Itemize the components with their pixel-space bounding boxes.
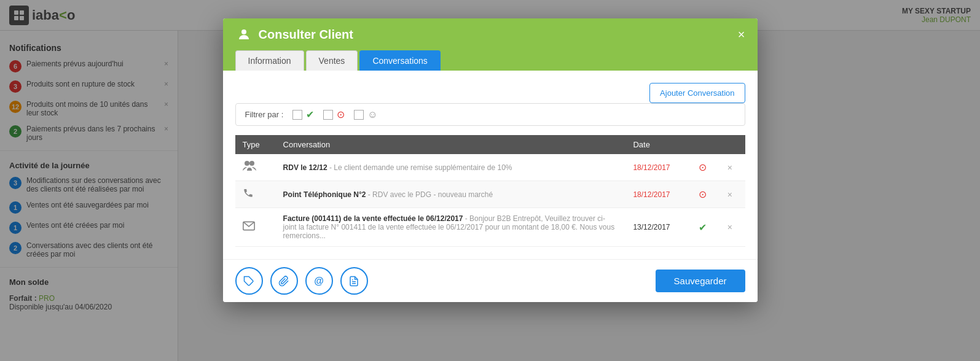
type-cell-2 (235, 181, 276, 208)
filter-warn-icon[interactable]: ⊙ (337, 109, 345, 120)
col-date: Date (625, 135, 691, 154)
delete-row-3[interactable]: × (727, 222, 732, 232)
conv-bold-1: RDV le 12/12 (283, 163, 327, 172)
conv-light-1: - Le client demande une remise supplémen… (329, 163, 512, 172)
conv-cell-3: Facture (001411) de la vente effectuée l… (276, 208, 626, 247)
save-button[interactable]: Sauvegarder (656, 270, 745, 292)
delete-row-1[interactable]: × (727, 163, 732, 173)
filter-checkbox-1[interactable] (292, 110, 302, 120)
conv-bold-3: Facture (001411) de la vente effectuée l… (283, 214, 463, 223)
modal-header: Consulter Client × (223, 18, 758, 50)
footer-icons: @ (235, 267, 368, 295)
svg-point-5 (245, 161, 249, 166)
page: iaba<o MY SEXY STARTUP Jean DUPONT Notif… (0, 0, 980, 361)
delete-cell-1: × (720, 154, 745, 181)
filter-group-3: ☺ (354, 109, 377, 120)
modal-overlay: Consulter Client × Information Ventes Co… (0, 0, 980, 361)
svg-point-4 (241, 29, 246, 34)
tab-conversations[interactable]: Conversations (359, 50, 441, 71)
svg-point-6 (249, 161, 254, 166)
date-cell-2: 18/12/2017 (625, 181, 691, 208)
modal-close-button[interactable]: × (738, 28, 745, 41)
status-cell-3: ✔ (691, 208, 720, 247)
delete-cell-3: × (720, 208, 745, 247)
phone-icon (243, 188, 254, 201)
filter-bar: Filtrer par : ✔ ⊙ ☺ (235, 103, 745, 126)
filter-group-1: ✔ (292, 109, 314, 120)
footer-doc-button[interactable] (340, 267, 368, 295)
date-3: 13/12/2017 (633, 223, 670, 231)
date-1: 18/12/2017 (633, 163, 670, 172)
type-group-icon (243, 161, 256, 174)
col-delete (720, 135, 745, 154)
col-conversation: Conversation (276, 135, 626, 154)
conv-cell-2: Point Téléphonique N°2 - RDV avec le PDG… (276, 181, 626, 208)
col-type: Type (235, 135, 276, 154)
footer-email-button[interactable]: @ (305, 267, 333, 295)
conv-bold-2: Point Téléphonique N°2 (283, 190, 366, 199)
modal-body: Ajouter Conversation Filtrer par : ✔ ⊙ ☺ (223, 71, 758, 259)
status-warn-icon-2: ⊙ (699, 189, 707, 200)
filter-label: Filtrer par : (245, 110, 284, 119)
tab-information[interactable]: Information (235, 50, 304, 71)
modal: Consulter Client × Information Ventes Co… (223, 18, 758, 302)
conv-light-2: - RDV avec le PDG - nouveau marché (368, 190, 493, 199)
status-warn-icon-1: ⊙ (699, 162, 707, 173)
delete-cell-2: × (720, 181, 745, 208)
delete-row-2[interactable]: × (727, 190, 732, 200)
table-row: Point Téléphonique N°2 - RDV avec le PDG… (235, 181, 745, 208)
filter-checkbox-3[interactable] (354, 110, 364, 120)
filter-check-icon[interactable]: ✔ (306, 109, 314, 120)
tab-ventes[interactable]: Ventes (306, 50, 358, 71)
col-actions (691, 135, 720, 154)
table-row: Facture (001411) de la vente effectuée l… (235, 208, 745, 247)
conversations-table: Type Conversation Date (235, 135, 745, 247)
status-cell-1: ⊙ (691, 154, 720, 181)
table-row: RDV le 12/12 - Le client demande une rem… (235, 154, 745, 181)
date-cell-3: 13/12/2017 (625, 208, 691, 247)
footer-tag-button[interactable] (235, 267, 263, 295)
type-cell-1 (235, 154, 276, 181)
email-icon (243, 221, 255, 233)
client-icon (235, 26, 253, 43)
modal-footer: @ Sauvegarder (223, 259, 758, 302)
modal-tabs: Information Ventes Conversations (223, 50, 758, 71)
type-cell-3 (235, 208, 276, 247)
filter-checkbox-2[interactable] (323, 110, 333, 120)
status-ok-icon-3: ✔ (699, 222, 707, 233)
date-cell-1: 18/12/2017 (625, 154, 691, 181)
conv-cell-1: RDV le 12/12 - Le client demande une rem… (276, 154, 626, 181)
footer-attach-button[interactable] (270, 267, 298, 295)
filter-group-2: ⊙ (323, 109, 345, 120)
status-cell-2: ⊙ (691, 181, 720, 208)
filter-smile-icon[interactable]: ☺ (367, 109, 377, 120)
modal-title: Consulter Client (259, 28, 353, 42)
add-conversation-button[interactable]: Ajouter Conversation (649, 83, 745, 103)
date-2: 18/12/2017 (633, 190, 670, 199)
